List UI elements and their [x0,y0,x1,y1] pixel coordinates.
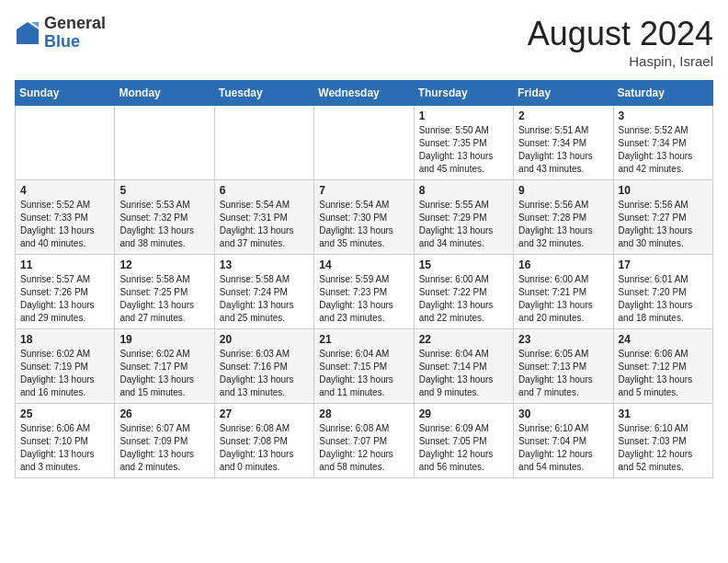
day-info: Sunrise: 5:53 AMSunset: 7:32 PMDaylight:… [119,199,209,250]
logo: General Blue [15,15,106,52]
calendar-cell: 26Sunrise: 6:07 AMSunset: 7:09 PMDayligh… [115,404,214,478]
calendar-cell: 31Sunrise: 6:10 AMSunset: 7:03 PMDayligh… [613,404,712,478]
day-info: Sunrise: 6:10 AMSunset: 7:04 PMDaylight:… [518,422,608,474]
weekday-header: Monday [115,81,214,106]
calendar-cell: 23Sunrise: 6:05 AMSunset: 7:13 PMDayligh… [514,329,613,404]
day-number: 16 [518,259,608,271]
day-number: 22 [419,333,508,346]
calendar-cell: 6Sunrise: 5:54 AMSunset: 7:31 PMDaylight… [214,180,313,255]
day-number: 2 [518,109,608,122]
calendar-cell: 20Sunrise: 6:03 AMSunset: 7:16 PMDayligh… [214,329,313,404]
day-info: Sunrise: 5:54 AMSunset: 7:30 PMDaylight:… [319,199,408,250]
day-info: Sunrise: 6:04 AMSunset: 7:14 PMDaylight:… [419,348,508,399]
logo-icon [15,20,40,46]
calendar-cell: 19Sunrise: 6:02 AMSunset: 7:17 PMDayligh… [115,329,214,404]
calendar-week-row: 11Sunrise: 5:57 AMSunset: 7:26 PMDayligh… [16,255,713,329]
day-info: Sunrise: 5:59 AMSunset: 7:23 PMDaylight:… [319,273,408,325]
calendar-cell [16,106,115,180]
day-number: 3 [619,109,708,122]
day-number: 14 [319,259,408,271]
day-number: 21 [319,333,408,346]
calendar-cell [314,106,414,180]
day-info: Sunrise: 5:51 AMSunset: 7:34 PMDaylight:… [518,124,608,176]
svg-marker-0 [17,22,39,44]
day-info: Sunrise: 6:02 AMSunset: 7:17 PMDaylight:… [119,348,209,399]
calendar-cell: 10Sunrise: 5:56 AMSunset: 7:27 PMDayligh… [613,180,712,255]
day-number: 28 [319,408,408,420]
title-area: August 2024 Haspin, Israel [528,15,713,69]
day-info: Sunrise: 6:09 AMSunset: 7:05 PMDaylight:… [419,422,508,474]
calendar-cell: 18Sunrise: 6:02 AMSunset: 7:19 PMDayligh… [16,329,115,404]
day-info: Sunrise: 6:04 AMSunset: 7:15 PMDaylight:… [319,348,408,399]
calendar-table: SundayMondayTuesdayWednesdayThursdayFrid… [15,80,713,478]
day-info: Sunrise: 6:00 AMSunset: 7:22 PMDaylight:… [419,273,508,325]
day-number: 26 [119,408,209,420]
calendar-cell: 22Sunrise: 6:04 AMSunset: 7:14 PMDayligh… [414,329,513,404]
day-info: Sunrise: 6:08 AMSunset: 7:08 PMDaylight:… [220,422,309,474]
day-info: Sunrise: 5:56 AMSunset: 7:27 PMDaylight:… [619,199,708,250]
calendar-cell [115,106,214,180]
calendar-cell: 24Sunrise: 6:06 AMSunset: 7:12 PMDayligh… [613,329,712,404]
day-info: Sunrise: 5:50 AMSunset: 7:35 PMDaylight:… [419,124,508,176]
calendar-cell: 9Sunrise: 5:56 AMSunset: 7:28 PMDaylight… [514,180,613,255]
calendar-cell: 5Sunrise: 5:53 AMSunset: 7:32 PMDaylight… [115,180,214,255]
day-number: 5 [119,184,209,197]
day-number: 6 [220,184,309,197]
logo-text: General Blue [44,15,106,52]
day-number: 9 [518,184,608,197]
day-number: 13 [220,259,309,271]
calendar-cell: 7Sunrise: 5:54 AMSunset: 7:30 PMDaylight… [314,180,414,255]
day-info: Sunrise: 6:08 AMSunset: 7:07 PMDaylight:… [319,422,408,474]
calendar-cell: 30Sunrise: 6:10 AMSunset: 7:04 PMDayligh… [514,404,613,478]
calendar-cell: 28Sunrise: 6:08 AMSunset: 7:07 PMDayligh… [314,404,414,478]
weekday-header-row: SundayMondayTuesdayWednesdayThursdayFrid… [16,81,713,106]
weekday-header: Saturday [613,81,712,106]
calendar-cell: 29Sunrise: 6:09 AMSunset: 7:05 PMDayligh… [414,404,513,478]
day-info: Sunrise: 6:10 AMSunset: 7:03 PMDaylight:… [619,422,708,474]
day-number: 4 [20,184,109,197]
calendar-cell: 1Sunrise: 5:50 AMSunset: 7:35 PMDaylight… [414,106,513,180]
calendar-cell: 2Sunrise: 5:51 AMSunset: 7:34 PMDaylight… [514,106,613,180]
weekday-header: Wednesday [314,81,414,106]
day-number: 11 [20,259,109,271]
day-number: 25 [20,408,109,420]
calendar-cell: 27Sunrise: 6:08 AMSunset: 7:08 PMDayligh… [214,404,313,478]
day-info: Sunrise: 5:56 AMSunset: 7:28 PMDaylight:… [518,199,608,250]
day-info: Sunrise: 6:06 AMSunset: 7:10 PMDaylight:… [20,422,109,474]
day-number: 1 [419,109,508,122]
calendar-cell: 16Sunrise: 6:00 AMSunset: 7:21 PMDayligh… [514,255,613,329]
day-number: 20 [220,333,309,346]
day-info: Sunrise: 5:52 AMSunset: 7:33 PMDaylight:… [20,199,109,250]
day-info: Sunrise: 5:58 AMSunset: 7:25 PMDaylight:… [119,273,209,325]
day-number: 29 [419,408,508,420]
day-number: 12 [119,259,209,271]
location: Haspin, Israel [528,53,713,69]
day-number: 10 [619,184,708,197]
day-info: Sunrise: 6:03 AMSunset: 7:16 PMDaylight:… [220,348,309,399]
day-info: Sunrise: 5:52 AMSunset: 7:34 PMDaylight:… [619,124,708,176]
calendar-cell: 17Sunrise: 6:01 AMSunset: 7:20 PMDayligh… [613,255,712,329]
month-title: August 2024 [528,15,713,53]
day-number: 31 [619,408,708,420]
day-number: 24 [619,333,708,346]
calendar-cell: 8Sunrise: 5:55 AMSunset: 7:29 PMDaylight… [414,180,513,255]
calendar-week-row: 25Sunrise: 6:06 AMSunset: 7:10 PMDayligh… [16,404,713,478]
calendar-week-row: 4Sunrise: 5:52 AMSunset: 7:33 PMDaylight… [16,180,713,255]
weekday-header: Tuesday [214,81,313,106]
calendar-cell: 21Sunrise: 6:04 AMSunset: 7:15 PMDayligh… [314,329,414,404]
day-number: 17 [619,259,708,271]
weekday-header: Sunday [16,81,115,106]
day-info: Sunrise: 6:01 AMSunset: 7:20 PMDaylight:… [619,273,708,325]
day-info: Sunrise: 6:02 AMSunset: 7:19 PMDaylight:… [20,348,109,399]
calendar-week-row: 18Sunrise: 6:02 AMSunset: 7:19 PMDayligh… [16,329,713,404]
day-info: Sunrise: 6:07 AMSunset: 7:09 PMDaylight:… [119,422,209,474]
day-info: Sunrise: 6:00 AMSunset: 7:21 PMDaylight:… [518,273,608,325]
day-info: Sunrise: 5:54 AMSunset: 7:31 PMDaylight:… [220,199,309,250]
weekday-header: Friday [514,81,613,106]
day-info: Sunrise: 6:05 AMSunset: 7:13 PMDaylight:… [518,348,608,399]
day-info: Sunrise: 5:57 AMSunset: 7:26 PMDaylight:… [20,273,109,325]
calendar-cell [214,106,313,180]
day-number: 8 [419,184,508,197]
calendar-cell: 15Sunrise: 6:00 AMSunset: 7:22 PMDayligh… [414,255,513,329]
day-number: 27 [220,408,309,420]
